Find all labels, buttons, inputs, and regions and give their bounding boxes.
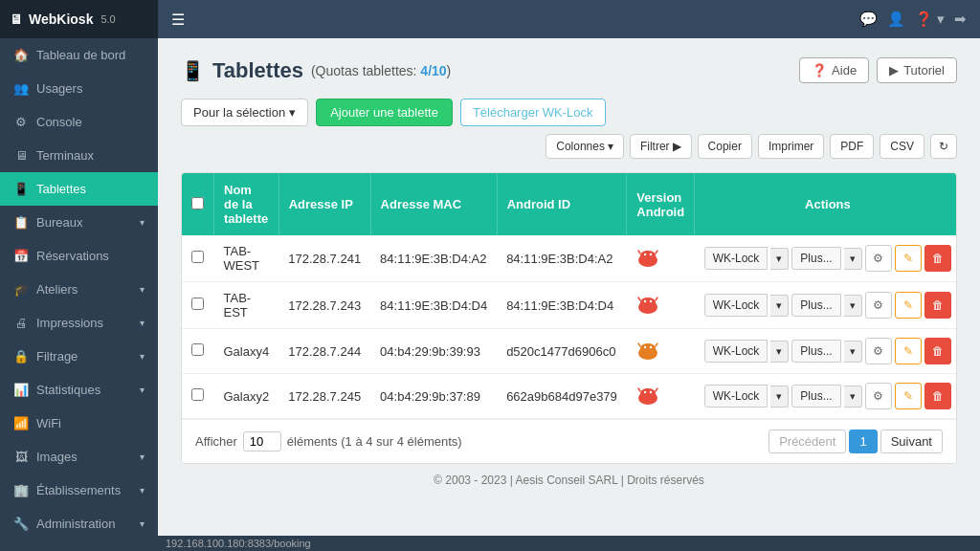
prev-page-button[interactable]: Précédent bbox=[768, 430, 846, 453]
row-actions: WK-Lock▾ Plus...▾ ⚙ ✎ 🗑 bbox=[695, 282, 957, 329]
quota-link[interactable]: 4/10 bbox=[420, 63, 446, 78]
aide-button[interactable]: ❓ Aide bbox=[799, 57, 869, 83]
refresh-button[interactable]: ↻ bbox=[930, 134, 957, 159]
wklock-button[interactable]: WK-Lock bbox=[704, 340, 768, 363]
selection-button[interactable]: Pour la sélection ▾ bbox=[181, 99, 308, 126]
svg-line-19 bbox=[638, 343, 640, 346]
wklock-button[interactable]: WK-Lock bbox=[704, 385, 768, 408]
sidebar-item-terminaux[interactable]: 🖥 Terminaux bbox=[0, 139, 158, 172]
plus-button[interactable]: Plus... bbox=[791, 247, 840, 270]
add-tablet-button[interactable]: Ajouter une tablette bbox=[316, 99, 453, 126]
plus-button[interactable]: Plus... bbox=[791, 340, 840, 363]
tutoriel-button[interactable]: ▶ Tutoriel bbox=[877, 57, 957, 83]
csv-button[interactable]: CSV bbox=[880, 134, 924, 159]
pdf-button[interactable]: PDF bbox=[830, 134, 874, 159]
row-android-id: 84:11:9E:3B:D4:A2 bbox=[497, 235, 627, 282]
page-title-area: 📱 Tablettes (Quotas tablettes: 4/10) bbox=[181, 58, 451, 83]
svg-point-23 bbox=[640, 388, 656, 398]
plus-button[interactable]: Plus... bbox=[791, 385, 840, 408]
help-icon[interactable]: ❓ ▾ bbox=[915, 11, 945, 28]
plus-caret-button[interactable]: ▾ bbox=[844, 295, 862, 317]
gear-action-button[interactable]: ⚙ bbox=[865, 245, 892, 272]
row-checkbox-cell[interactable] bbox=[182, 374, 214, 419]
sidebar-label: Filtrage bbox=[36, 349, 78, 364]
sidebar-item-reservations[interactable]: 📅 Réservations bbox=[0, 239, 158, 273]
row-ip: 172.28.7.245 bbox=[278, 374, 370, 419]
print-button[interactable]: Imprimer bbox=[758, 134, 824, 159]
gear-action-button[interactable]: ⚙ bbox=[865, 292, 892, 319]
row-checkbox[interactable] bbox=[191, 298, 204, 310]
sidebar-item-etablissements[interactable]: 🏢 Établissements ▾ bbox=[0, 474, 158, 507]
wklock-button[interactable]: WK-Lock bbox=[704, 294, 768, 317]
chevron-down-icon: ▾ bbox=[140, 351, 145, 362]
row-checkbox-cell[interactable] bbox=[182, 282, 214, 329]
download-wklock-button[interactable]: Télécharger WK-Lock bbox=[460, 99, 606, 126]
row-checkbox[interactable] bbox=[191, 388, 204, 401]
svg-line-26 bbox=[638, 388, 640, 391]
edit-button[interactable]: ✎ bbox=[895, 383, 922, 409]
row-checkbox-cell[interactable] bbox=[182, 235, 214, 282]
copy-button[interactable]: Copier bbox=[698, 134, 752, 159]
page-1-button[interactable]: 1 bbox=[849, 430, 877, 453]
sidebar-item-wifi[interactable]: 📶 WiFi bbox=[0, 407, 158, 440]
row-mac: 84:11:9E:3B:D4:A2 bbox=[370, 235, 497, 282]
select-all-checkbox[interactable] bbox=[191, 197, 204, 209]
logout-icon[interactable]: ➡ bbox=[954, 11, 967, 28]
edit-button[interactable]: ✎ bbox=[895, 338, 922, 364]
sidebar-header: 🖥 WebKiosk 5.0 bbox=[0, 0, 158, 38]
sidebar-item-tableau-de-bord[interactable]: 🏠 Tableau de bord bbox=[0, 38, 158, 72]
sidebar-item-images[interactable]: 🖼 Images ▾ bbox=[0, 440, 158, 474]
users-icon: 👥 bbox=[13, 81, 29, 96]
sidebar-item-filtrage[interactable]: 🔒 Filtrage ▾ bbox=[0, 340, 158, 373]
sidebar-item-impressions[interactable]: 🖨 Impressions ▾ bbox=[0, 306, 158, 340]
app-logo-icon: 🖥 bbox=[10, 11, 23, 27]
select-all-header[interactable] bbox=[182, 173, 214, 235]
sidebar-label: Bureaux bbox=[36, 215, 82, 230]
footer: © 2003 - 2023 | Aesis Conseil SARL | Dro… bbox=[181, 464, 957, 496]
sidebar-item-bureaux[interactable]: 📋 Bureaux ▾ bbox=[0, 206, 158, 239]
afficher-input[interactable] bbox=[243, 431, 281, 452]
row-checkbox[interactable] bbox=[191, 251, 204, 263]
delete-button[interactable]: 🗑 bbox=[924, 383, 951, 409]
user-icon[interactable]: 👤 bbox=[887, 11, 905, 28]
edit-button[interactable]: ✎ bbox=[895, 292, 922, 319]
columns-button[interactable]: Colonnes ▾ bbox=[546, 134, 624, 159]
android-version-icon bbox=[636, 386, 659, 405]
sidebar-label: Établissements bbox=[36, 483, 121, 497]
sidebar-item-parametres[interactable]: ⚙ Paramètres bbox=[0, 540, 158, 551]
plus-caret-button[interactable]: ▾ bbox=[844, 341, 862, 363]
afficher-text: Afficher bbox=[195, 434, 237, 449]
sidebar-item-administration[interactable]: 🔧 Administration ▾ bbox=[0, 507, 158, 540]
wklock-caret-button[interactable]: ▾ bbox=[770, 341, 789, 363]
delete-button[interactable]: 🗑 bbox=[924, 292, 951, 319]
sidebar-item-console[interactable]: ⚙ Console bbox=[0, 105, 158, 139]
table-container: Nom de la tablette Adresse IP Adresse MA… bbox=[181, 172, 957, 464]
delete-button[interactable]: 🗑 bbox=[924, 245, 951, 272]
sidebar-label: Statistiques bbox=[36, 383, 100, 397]
chat-icon[interactable]: 💬 bbox=[859, 11, 878, 28]
sidebar-item-usagers[interactable]: 👥 Usagers bbox=[0, 72, 158, 105]
sidebar-item-statistiques[interactable]: 📊 Statistiques ▾ bbox=[0, 373, 158, 407]
wklock-button[interactable]: WK-Lock bbox=[704, 247, 768, 270]
gear-action-button[interactable]: ⚙ bbox=[865, 338, 892, 364]
row-checkbox-cell[interactable] bbox=[182, 329, 214, 374]
plus-button[interactable]: Plus... bbox=[791, 294, 840, 317]
plus-caret-button[interactable]: ▾ bbox=[844, 386, 862, 408]
toolbar: Pour la sélection ▾ Ajouter une tablette… bbox=[181, 99, 957, 159]
wklock-caret-button[interactable]: ▾ bbox=[770, 386, 789, 408]
gear-action-button[interactable]: ⚙ bbox=[865, 383, 892, 409]
hamburger-button[interactable]: ☰ bbox=[171, 11, 185, 29]
question-icon: ❓ bbox=[812, 63, 827, 77]
edit-button[interactable]: ✎ bbox=[895, 245, 922, 272]
row-checkbox[interactable] bbox=[191, 343, 204, 356]
next-page-button[interactable]: Suivant bbox=[880, 430, 943, 453]
filter-button[interactable]: Filtrer ▶ bbox=[630, 134, 692, 159]
plus-caret-button[interactable]: ▾ bbox=[844, 248, 862, 270]
delete-button[interactable]: 🗑 bbox=[924, 338, 951, 364]
svg-point-4 bbox=[650, 253, 652, 254]
sidebar-item-ateliers[interactable]: 🎓 Ateliers ▾ bbox=[0, 273, 158, 306]
sidebar-item-tablettes[interactable]: 📱 Tablettes bbox=[0, 172, 158, 206]
wklock-caret-button[interactable]: ▾ bbox=[770, 295, 789, 317]
page-header: 📱 Tablettes (Quotas tablettes: 4/10) ❓ A… bbox=[181, 57, 957, 83]
wklock-caret-button[interactable]: ▾ bbox=[770, 248, 789, 270]
